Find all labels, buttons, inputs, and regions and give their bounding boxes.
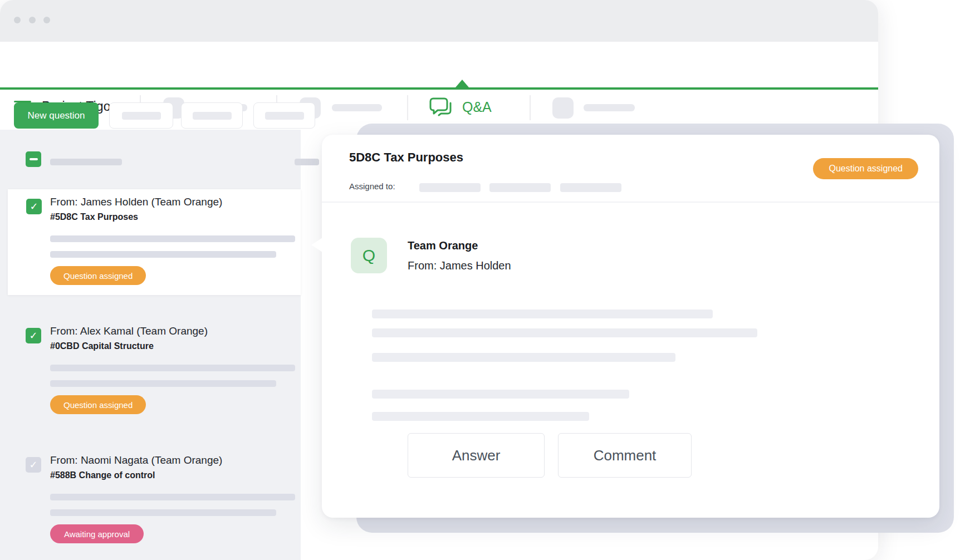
item-checkbox-checked[interactable]: ✓ (26, 199, 42, 214)
check-icon: ✓ (30, 202, 38, 212)
toolbar-placeholder-button-3[interactable] (253, 102, 315, 129)
assignee-placeholder-3 (560, 183, 621, 192)
question-avatar: Q (351, 238, 387, 273)
nav-divider (407, 95, 408, 120)
window-control-dot (29, 17, 36, 23)
nav-tab-placeholder-2-label (332, 104, 382, 111)
tab-qa-label: Q&A (462, 99, 492, 115)
placeholder-bar (50, 365, 295, 371)
placeholder-bar (50, 251, 276, 258)
select-all-checkbox[interactable] (26, 151, 41, 167)
question-text-placeholder (372, 412, 589, 421)
nav-tab-placeholder-3-label (584, 104, 635, 111)
question-list-item-1[interactable]: ✓ From: James Holden (Team Orange) #5D8C… (8, 189, 301, 295)
placeholder-bar (122, 112, 161, 120)
app-header: Project Tigo Q&A (0, 42, 878, 88)
detail-status-badge: Question assigned (813, 158, 918, 179)
question-text-placeholder (372, 310, 713, 318)
assignee-placeholder-1 (419, 183, 481, 192)
comment-button[interactable]: Comment (558, 433, 692, 478)
item-from: From: Naomi Nagata (Team Orange) (50, 454, 222, 466)
detail-header-divider (322, 202, 939, 203)
placeholder-bar (50, 380, 276, 387)
window-titlebar (0, 0, 878, 42)
answer-button[interactable]: Answer (408, 433, 545, 478)
assignee-placeholder-2 (489, 183, 551, 192)
screenshot-canvas: Project Tigo Q&A New question (0, 0, 960, 560)
status-badge: Question assigned (50, 395, 146, 414)
detail-author: From: James Holden (408, 259, 511, 272)
question-text-placeholder (372, 328, 757, 337)
nav-tab-placeholder-3[interactable] (552, 97, 574, 119)
placeholder-bar (193, 112, 232, 120)
item-ref: #0CBD Capital Structure (50, 341, 154, 351)
active-tab-underline (0, 87, 878, 90)
question-text-placeholder (372, 353, 675, 362)
question-list-item-3[interactable]: ✓ From: Naomi Nagata (Team Orange) #588B… (0, 448, 301, 553)
list-header-placeholder-right (295, 159, 319, 165)
question-list-item-2[interactable]: ✓ From: Alex Kamal (Team Orange) #0CBD C… (0, 318, 301, 424)
placeholder-bar (265, 112, 304, 120)
item-from: From: Alex Kamal (Team Orange) (50, 325, 208, 337)
check-icon: ✓ (29, 460, 37, 470)
item-ref: #588B Change of control (50, 470, 155, 480)
status-badge: Question assigned (50, 266, 146, 285)
item-checkbox-unchecked[interactable]: ✓ (26, 457, 41, 473)
chat-bubbles-icon (429, 96, 454, 120)
active-tab-pointer (455, 80, 469, 87)
toolbar-placeholder-button-2[interactable] (181, 102, 243, 129)
window-control-dot (14, 17, 21, 23)
item-ref: #5D8C Tax Purposes (50, 212, 138, 222)
item-from: From: James Holden (Team Orange) (50, 196, 222, 208)
indeterminate-icon (30, 158, 38, 160)
check-icon: ✓ (29, 331, 37, 341)
question-text-placeholder (372, 390, 629, 399)
question-detail-card: 5D8C Tax Purposes Assigned to: Question … (322, 135, 939, 518)
list-header-placeholder (50, 159, 122, 165)
toolbar-placeholder-button-1[interactable] (109, 102, 173, 129)
nav-divider (530, 95, 531, 120)
placeholder-bar (50, 509, 276, 516)
item-checkbox-checked[interactable]: ✓ (26, 328, 41, 343)
assigned-to-label: Assigned to: (349, 181, 395, 191)
tab-qa[interactable]: Q&A (429, 96, 496, 120)
status-badge: Awaiting approval (50, 524, 144, 543)
placeholder-bar (50, 494, 295, 500)
detail-card-caret (311, 238, 322, 252)
placeholder-bar (50, 235, 295, 242)
detail-team-name: Team Orange (408, 239, 478, 252)
new-question-button[interactable]: New question (14, 102, 99, 129)
window-control-dot (43, 17, 50, 23)
detail-title: 5D8C Tax Purposes (349, 150, 463, 165)
